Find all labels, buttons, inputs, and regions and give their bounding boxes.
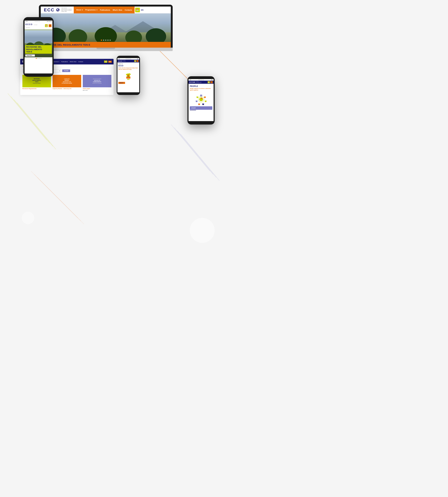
phone-rt-calendar-icon[interactable]: 📅	[208, 81, 210, 83]
laptop-dot-2[interactable]	[103, 40, 104, 41]
phone-time: 9:41	[26, 21, 28, 22]
pub-nav-right: 📅 EN	[104, 61, 112, 63]
nav-programmes[interactable]: Programmes ∨	[84, 9, 99, 11]
laptop-logo: ECC O	[44, 7, 60, 13]
nav-publications[interactable]: Publications	[99, 9, 111, 11]
phone-rt-home-indicator	[197, 122, 205, 122]
svg-point-57	[199, 103, 199, 104]
svg-line-7	[14, 99, 53, 146]
phone-rb-what-label: WHAT IS	[118, 63, 138, 65]
phone-hero: REVISIONE DEL REGOLAMENTO TEN-E Read Mor…	[25, 29, 52, 57]
svg-line-11	[177, 131, 216, 177]
phone-rt-staff-btn[interactable]: STAFF	[190, 106, 212, 110]
svg-point-56	[203, 103, 204, 104]
phone-rb-signal: ●●●	[137, 58, 138, 59]
svg-line-13	[31, 171, 78, 218]
phone-rb-illustration	[118, 71, 138, 81]
phone-rb-menu-icon[interactable]: ☰	[137, 60, 138, 62]
laptop-dot-1[interactable]	[101, 40, 102, 41]
phone-notch	[33, 19, 44, 20]
phone-rb-calendar-icon[interactable]: 📅	[134, 60, 136, 62]
laptop-nav-orange: About ∨ Programmes ∨ Publications What's…	[74, 7, 135, 13]
laptop-base	[39, 48, 173, 51]
phone-rt-people-title: PEOPLE	[190, 85, 212, 87]
laptop-hero-title-bar: REVISIONE DEL REGOLAMENTO TEN-E	[41, 42, 171, 48]
staff-underline	[190, 110, 196, 110]
phone-hero-title: REVISIONE DEL REGOLAMENTO TEN-E	[25, 45, 52, 54]
laptop-mockup: 9:41 ecoclimate.org ●●● WiFi ■ ECCO THE …	[39, 5, 173, 51]
carousel-dot-1[interactable]	[36, 58, 37, 59]
laptop-calendar-btn[interactable]: 📅	[135, 8, 140, 12]
pub-nav-whatsnew[interactable]: What's New	[69, 61, 77, 62]
phone-left-nav-icons: 📅 ☰	[45, 24, 51, 27]
laptop-dot-5[interactable]	[110, 40, 111, 41]
phone-status-bar: 9:41 ecoclimate.org ●●● WiFi ■	[25, 20, 52, 22]
carousel-dot-4[interactable]	[40, 58, 41, 59]
svg-rect-41	[127, 79, 129, 80]
pub-calendar-btn[interactable]: 📅	[104, 61, 107, 63]
pub-card-1-image: REVISIONEREGOLAMENTOTEN-E POSITION PAPER	[22, 75, 51, 87]
pub-card-3-title: Inception Paper APPUNTI DICAMBIAMENTO NO…	[93, 78, 102, 84]
phone-rb-time: 9:41	[118, 58, 120, 59]
phone-rb-screen: 9:41 ecoclimate.org ●●● ECCO THE ITALIAN…	[117, 58, 139, 92]
phone-rb-nav-icons: 📅 ☰	[134, 60, 138, 62]
pub-card-1-link-title[interactable]: Revisione Regolamento	[22, 88, 51, 89]
pub-card-2: CAPACITYMARKETADVOCACY KITE POSITION PAP…	[53, 75, 81, 91]
phone-rb-about-btn[interactable]: About ~	[118, 82, 125, 84]
nav-contacts[interactable]: Contacts	[124, 9, 133, 11]
nav-whats-new[interactable]: What's New	[111, 9, 123, 11]
people-visual	[190, 92, 212, 106]
phone-home-indicator	[35, 74, 43, 75]
pub-card-1-title: REVISIONEREGOLAMENTOTEN-E POSITION PAPER	[32, 78, 41, 84]
phone-rt-time: 9:41	[190, 79, 191, 80]
filter-button[interactable]: FILTER	[62, 69, 70, 72]
pub-lang-btn[interactable]: EN	[108, 61, 112, 63]
nav-about[interactable]: About ∨	[75, 9, 84, 11]
pub-card-2-title: CAPACITYMARKETADVOCACY KITE POSITION PAP…	[62, 78, 72, 84]
phone-menu-icon[interactable]: ☰	[49, 24, 51, 27]
phone-rt-content: PEOPLE Single experts to achieve collect…	[189, 84, 214, 112]
svg-point-58	[196, 100, 197, 101]
carousel-dot-3[interactable]	[39, 58, 40, 59]
svg-point-38	[128, 74, 129, 76]
phone-calendar-icon[interactable]: 📅	[45, 24, 48, 27]
svg-line-9	[171, 125, 210, 171]
pub-card-3-link-title[interactable]: Vision paper	[83, 88, 111, 89]
pub-nav-publications[interactable]: Publications	[60, 61, 69, 62]
phone-carousel-dots	[25, 57, 52, 59]
svg-line-8	[17, 103, 56, 149]
phone-rb-desc: ECCO, the first independent Italian thin…	[118, 67, 138, 70]
phone-rt-nav-icons: 📅 ☰	[208, 81, 213, 83]
phone-rt-logo-area: ECCO THE ITALIAN INDEPENDENT ENERGY AND …	[190, 81, 202, 83]
phone-left-screen: 9:41 ecoclimate.org ●●● WiFi ■ ECCO THE …	[25, 20, 52, 73]
phone-rb-notch	[125, 57, 131, 57]
laptop-lang-btn[interactable]: EN	[141, 9, 144, 11]
phone-rt-people-sub: Single experts to achieve collective goa…	[190, 88, 212, 91]
pub-card-3-image: Inception Paper APPUNTI DICAMBIAMENTO NO…	[83, 75, 111, 87]
phone-rt-status: 9:41 ecoclimate.org ●●●	[189, 79, 214, 81]
pub-card-2-link-title[interactable]: Capacity Market – Advocacy Kit	[53, 88, 81, 89]
pub-card-1: REVISIONEREGOLAMENTOTEN-E POSITION PAPER…	[22, 75, 51, 91]
laptop-dot-3[interactable]	[105, 40, 106, 41]
pub-nav-contacts[interactable]: Contacts	[77, 61, 84, 62]
carousel-dot-2[interactable]	[37, 58, 38, 59]
phone-rt-nav: ECCO THE ITALIAN INDEPENDENT ENERGY AND …	[189, 81, 214, 84]
laptop-screen-outer: ECC O THE ITALIAN INDEPENDENT ENERGY AND…	[39, 5, 173, 48]
svg-line-10	[174, 128, 213, 174]
phone-rt-menu-icon[interactable]: ☰	[210, 81, 213, 83]
svg-point-16	[190, 218, 215, 243]
phone-rb-ecco-title: ECCO	[118, 65, 138, 66]
phone-rb-nav: ECCO THE ITALIAN INDEPENDENT 📅 ☰	[117, 60, 139, 62]
phone-left-mockup: 9:41 ecoclimate.org ●●● WiFi ■ ECCO THE …	[23, 17, 54, 77]
phone-rt-screen: 9:41 ecoclimate.org ●●● ECCO THE ITALIAN…	[189, 79, 214, 121]
phone-rt-notch	[197, 78, 205, 78]
read-more-button[interactable]: Read More →	[25, 54, 35, 57]
laptop-screen-inner: ECC O THE ITALIAN INDEPENDENT ENERGY AND…	[41, 7, 171, 48]
phone-rt-logo: ECCO	[190, 82, 195, 83]
pub-card-3-date: MAY 2021	[83, 90, 111, 91]
svg-point-53	[201, 95, 202, 95]
phone-rb-content: WHAT IS ECCO ECCO, the first independent…	[117, 62, 139, 85]
laptop-tagline: THE ITALIAN INDEPENDENT ENERGY AND CLIMA…	[61, 7, 74, 12]
phone-url: ecoclimate.org	[35, 21, 40, 22]
laptop-dot-4[interactable]	[107, 40, 109, 41]
